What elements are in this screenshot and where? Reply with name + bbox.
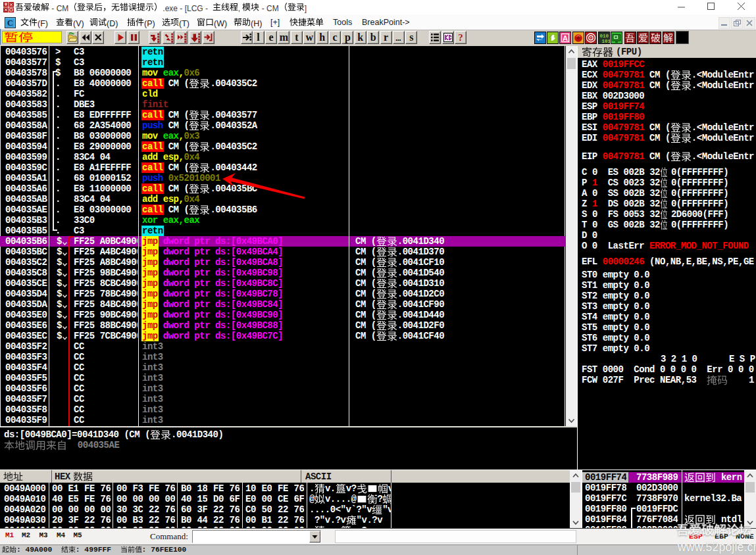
svg-text:?: ?: [458, 32, 463, 43]
svg-text:A: A: [563, 34, 568, 42]
svg-text:C: C: [7, 18, 13, 28]
svg-text:101: 101: [601, 39, 610, 44]
